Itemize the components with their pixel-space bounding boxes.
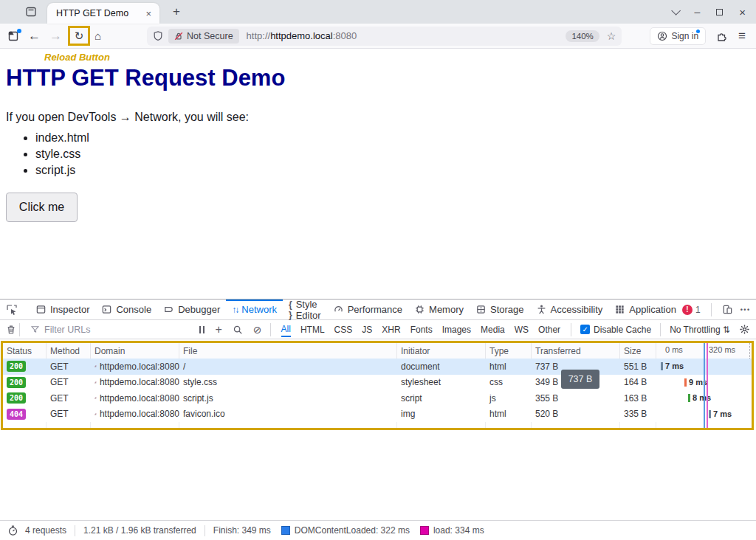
size-cell: 163 B — [620, 393, 656, 404]
zoom-level-badge[interactable]: 140% — [566, 30, 599, 42]
divider — [711, 303, 712, 316]
clear-requests-icon[interactable] — [6, 324, 16, 335]
col-type[interactable]: Type — [486, 343, 532, 359]
tab-accessibility[interactable]: Accessibility — [530, 300, 609, 319]
navigation-toolbar: ← → ↻ ⌂ Not Secure http://httpdemo.local… — [0, 24, 756, 49]
method-cell: GET — [47, 377, 91, 387]
responsive-mode-icon[interactable] — [722, 304, 733, 315]
tab-performance[interactable]: Performance — [327, 300, 408, 319]
domain-cell: httpdemo.local:8080 — [91, 393, 179, 404]
add-request-icon[interactable]: + — [216, 323, 222, 336]
table-header: Status Method Domain File Initiator Type… — [3, 343, 752, 359]
error-count-badge[interactable]: ! 1 — [682, 305, 701, 315]
lock-slash-icon — [94, 394, 97, 402]
time-tick: 0 ms — [665, 345, 683, 354]
tab-inspector[interactable]: Inspector — [30, 300, 95, 319]
filter-html[interactable]: HTML — [300, 323, 325, 336]
col-domain[interactable]: Domain — [91, 343, 179, 359]
funnel-icon — [30, 325, 40, 334]
devtools-menu-icon[interactable]: ••• — [740, 306, 751, 314]
new-tab-button[interactable]: + — [168, 4, 185, 19]
application-icon — [614, 304, 625, 315]
tab-console[interactable]: Console — [95, 300, 157, 319]
tab-storage[interactable]: Storage — [470, 300, 530, 319]
tab-close-icon[interactable]: × — [143, 8, 154, 19]
load-event-line — [707, 343, 708, 428]
filter-css[interactable]: CSS — [334, 323, 353, 336]
size-cell: 164 B — [620, 377, 656, 387]
request-row[interactable]: 200 GET httpdemo.local:8080 script.js sc… — [3, 390, 752, 406]
shield-icon[interactable] — [153, 30, 163, 41]
file-cell: / — [179, 361, 397, 372]
filter-all[interactable]: All — [281, 322, 291, 337]
col-initiator[interactable]: Initiator — [397, 343, 486, 359]
domain-cell: httpdemo.local:8080 — [91, 361, 179, 372]
initiator-cell: img — [397, 409, 486, 419]
network-table-highlight-box: Status Method Domain File Initiator Type… — [1, 341, 754, 430]
not-secure-badge[interactable]: Not Secure — [168, 29, 239, 44]
request-row[interactable]: 404 GET httpdemo.local:8080 favicon.ico … — [3, 406, 752, 423]
col-method[interactable]: Method — [47, 343, 91, 359]
tab-overview-icon[interactable] — [25, 6, 37, 18]
url-text: http://httpdemo.local:8080 — [247, 30, 357, 41]
request-row[interactable]: 200 GET httpdemo.local:8080 style.css st… — [3, 375, 752, 391]
forward-button[interactable]: → — [49, 30, 62, 42]
click-me-button[interactable]: Click me — [6, 193, 78, 222]
tab-memory[interactable]: Memory — [408, 300, 470, 319]
sign-in-button[interactable]: Sign in — [650, 27, 706, 45]
dcl-legend-swatch — [281, 526, 290, 535]
request-row[interactable]: 200 GET httpdemo.local:8080 / document h… — [3, 359, 752, 375]
filter-xhr[interactable]: XHR — [382, 323, 400, 336]
pause-icon[interactable] — [199, 326, 205, 333]
tab-network[interactable]: ↑↓ Network — [226, 300, 283, 319]
divider — [75, 525, 75, 536]
tab-style-editor[interactable]: { } Style Editor — [283, 300, 327, 319]
filter-fonts[interactable]: Fonts — [410, 323, 433, 336]
url-bar[interactable]: Not Secure http://httpdemo.local:8080 14… — [147, 27, 622, 46]
window-tab-bar: HTTP GET Demo × + – × — [0, 0, 756, 24]
filter-urls-input[interactable]: Filter URLs — [30, 325, 193, 335]
home-button[interactable]: ⌂ — [94, 30, 101, 41]
not-secure-label: Not Secure — [187, 31, 233, 41]
network-settings-gear-icon[interactable] — [739, 324, 750, 335]
col-file[interactable]: File — [179, 343, 397, 359]
tab-application[interactable]: Application — [608, 300, 682, 319]
block-requests-icon[interactable]: ⊘ — [253, 324, 262, 336]
reload-button[interactable]: ↻ — [75, 30, 84, 41]
domain-cell: httpdemo.local:8080 — [91, 409, 179, 419]
performance-icon — [333, 304, 344, 315]
pick-element-icon[interactable] — [0, 304, 24, 316]
window-close-button[interactable]: × — [739, 6, 746, 18]
lock-slash-icon — [94, 362, 97, 370]
extensions-icon[interactable] — [716, 30, 728, 42]
minimize-button[interactable]: – — [694, 6, 700, 18]
menu-icon[interactable]: ≡ — [738, 30, 746, 42]
filter-media[interactable]: Media — [481, 323, 505, 336]
filter-images[interactable]: Images — [442, 323, 471, 336]
filter-ws[interactable]: WS — [515, 323, 529, 336]
timing-label: 7 ms — [713, 409, 732, 418]
maximize-button[interactable] — [716, 9, 723, 15]
firefox-view-icon[interactable] — [7, 30, 19, 42]
filter-other[interactable]: Other — [538, 323, 560, 336]
throttling-dropdown[interactable]: No Throttling ⇅ — [670, 325, 730, 335]
col-status[interactable]: Status — [3, 343, 47, 359]
tab-debugger[interactable]: Debugger — [157, 300, 226, 319]
col-transferred[interactable]: Transferred — [532, 343, 620, 359]
tab-list-chevron-icon[interactable] — [672, 6, 681, 15]
bookmark-star-icon[interactable]: ☆ — [607, 30, 616, 42]
divider — [19, 323, 20, 336]
empty-table-area — [3, 422, 752, 428]
account-icon — [657, 31, 667, 41]
back-button[interactable]: ← — [28, 30, 41, 42]
load-time: load: 334 ms — [433, 525, 484, 536]
col-size[interactable]: Size — [620, 343, 656, 359]
browser-tab[interactable]: HTTP GET Demo × — [47, 3, 159, 24]
search-icon[interactable] — [233, 325, 243, 335]
lock-slash-icon — [94, 410, 97, 418]
disable-cache-checkbox[interactable]: ✓ Disable Cache — [580, 325, 651, 335]
filter-js[interactable]: JS — [362, 323, 372, 336]
sign-in-label: Sign in — [671, 31, 698, 41]
divider — [571, 323, 571, 336]
lock-slash-icon — [174, 32, 183, 41]
